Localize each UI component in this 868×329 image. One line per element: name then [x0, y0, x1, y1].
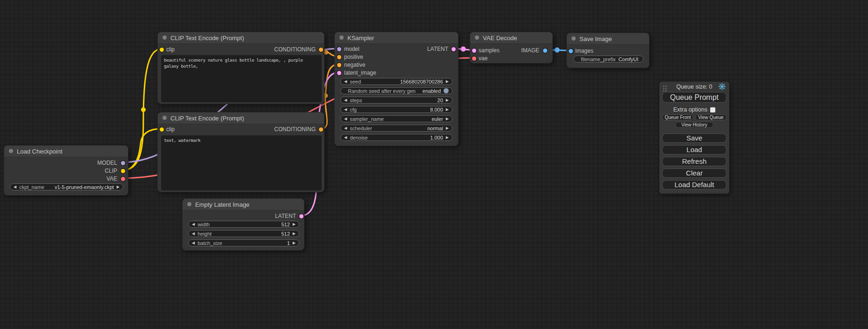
load-button[interactable]: Load: [662, 145, 727, 154]
link-dot-clip: [141, 107, 146, 112]
widget-ckpt-name[interactable]: ◀ ckpt_name v1-5-pruned-emaonly.ckpt ▶: [10, 183, 123, 190]
output-port-model[interactable]: [121, 161, 125, 165]
clear-button[interactable]: Clear: [662, 168, 727, 178]
increment-arrow-icon[interactable]: ▶: [293, 241, 296, 245]
increment-arrow-icon[interactable]: ▶: [446, 126, 449, 130]
increment-arrow-icon[interactable]: ▶: [446, 117, 449, 121]
widget-sampler-name[interactable]: ◀ sampler_name euler ▶: [340, 115, 452, 122]
view-queue-button[interactable]: View Queue: [695, 114, 727, 120]
node-titlebar[interactable]: CLIP Text Encode (Prompt): [158, 32, 324, 44]
decrement-arrow-icon[interactable]: ◀: [344, 117, 347, 121]
widget-label: ckpt_name: [19, 184, 44, 190]
input-port-clip[interactable]: [160, 127, 164, 132]
decrement-arrow-icon[interactable]: ◀: [14, 185, 16, 189]
settings-gear-icon[interactable]: [719, 83, 726, 90]
input-port-latent-image[interactable]: [337, 71, 341, 75]
decrement-arrow-icon[interactable]: ◀: [344, 80, 347, 84]
increment-arrow-icon[interactable]: ▶: [446, 108, 449, 112]
output-port-latent[interactable]: [452, 47, 456, 51]
decrement-arrow-icon[interactable]: ◀: [192, 223, 195, 226]
input-port-images[interactable]: [569, 49, 573, 53]
input-label-vae: vae: [479, 55, 487, 62]
input-port-model[interactable]: [337, 47, 341, 51]
node-load-checkpoint[interactable]: Load Checkpoint MODEL CLIP VAE ◀ ckpt_na…: [4, 145, 128, 196]
widget-height[interactable]: ◀ height 512 ▶: [188, 230, 299, 237]
node-clip-text-encode-positive[interactable]: CLIP Text Encode (Prompt) clip CONDITION…: [157, 32, 325, 104]
toggle-knob-icon[interactable]: [444, 88, 449, 93]
collapse-dot-icon[interactable]: [187, 202, 191, 206]
decrement-arrow-icon[interactable]: ◀: [344, 136, 347, 140]
node-titlebar[interactable]: Save Image: [567, 33, 649, 45]
node-save-image[interactable]: Save Image images filename_prefix ComfyU…: [566, 33, 649, 68]
save-button[interactable]: Save: [662, 133, 727, 143]
increment-arrow-icon[interactable]: ▶: [446, 80, 449, 84]
increment-arrow-icon[interactable]: ▶: [446, 136, 449, 140]
collapse-dot-icon[interactable]: [162, 116, 167, 120]
increment-arrow-icon[interactable]: ▶: [293, 223, 296, 226]
output-port-vae[interactable]: [121, 177, 125, 181]
node-titlebar[interactable]: KSampler: [335, 32, 458, 44]
decrement-arrow-icon[interactable]: ◀: [344, 98, 347, 102]
node-titlebar[interactable]: VAE Decode: [470, 32, 552, 44]
widget-width[interactable]: ◀ width 512 ▶: [188, 221, 299, 228]
node-vae-decode[interactable]: VAE Decode samples vae IMAGE: [470, 32, 553, 63]
extra-options-text: Extra options: [673, 106, 707, 113]
node-title: CLIP Text Encode (Prompt): [170, 35, 244, 42]
node-clip-text-encode-negative[interactable]: CLIP Text Encode (Prompt) clip CONDITION…: [157, 112, 325, 192]
input-port-positive[interactable]: [337, 55, 341, 59]
increment-arrow-icon[interactable]: ▶: [293, 232, 296, 236]
widget-random-seed-toggle[interactable]: Random seed after every gen enabled: [340, 87, 452, 94]
widget-value: 8.000: [430, 107, 443, 112]
prompt-textarea[interactable]: text, watermark: [161, 135, 322, 190]
prompt-textarea[interactable]: beautiful scenery nature glass bottle la…: [161, 55, 322, 102]
widget-cfg[interactable]: ◀ cfg 8.000 ▶: [340, 106, 452, 113]
extra-options-checkbox[interactable]: [710, 107, 715, 112]
node-titlebar[interactable]: Empty Latent Image: [183, 199, 304, 210]
extra-options-label: Extra options: [659, 106, 729, 113]
node-empty-latent-image[interactable]: Empty Latent Image LATENT ◀ width 512 ▶ …: [182, 198, 304, 251]
increment-arrow-icon[interactable]: ▶: [117, 185, 120, 189]
refresh-button[interactable]: Refresh: [662, 157, 727, 166]
decrement-arrow-icon[interactable]: ◀: [192, 241, 195, 245]
widget-batch-size[interactable]: ◀ batch_size 1 ▶: [188, 239, 299, 246]
widget-scheduler[interactable]: ◀ scheduler normal ▶: [340, 125, 452, 132]
view-history-button[interactable]: View History: [675, 122, 713, 128]
output-port-conditioning[interactable]: [319, 127, 323, 132]
widget-label: cfg: [350, 107, 357, 112]
widget-seed[interactable]: ◀ seed 156680208700286 ▶: [340, 78, 452, 85]
input-label-clip: clip: [166, 46, 175, 53]
collapse-dot-icon[interactable]: [475, 35, 479, 40]
widget-label: width: [198, 222, 210, 227]
input-port-negative[interactable]: [337, 63, 341, 67]
input-port-clip[interactable]: [160, 48, 164, 52]
widget-value: v1-5-pruned-emaonly.ckpt: [55, 184, 114, 190]
decrement-arrow-icon[interactable]: ◀: [192, 232, 195, 236]
widget-value: 20: [438, 98, 443, 103]
widget-steps[interactable]: ◀ steps 20 ▶: [340, 97, 452, 104]
widget-value: 512: [281, 222, 289, 227]
input-label-latent-image: latent_image: [344, 70, 376, 76]
output-port-latent[interactable]: [299, 214, 303, 218]
node-ksampler[interactable]: KSampler model positive negative latent_…: [334, 32, 459, 146]
collapse-dot-icon[interactable]: [339, 35, 344, 40]
output-port-clip[interactable]: [121, 169, 125, 173]
widget-label: batch_size: [198, 240, 222, 246]
output-label-latent: LATENT: [427, 46, 448, 52]
queue-prompt-button[interactable]: Queue Prompt: [662, 92, 727, 103]
output-port-conditioning[interactable]: [319, 48, 323, 52]
node-titlebar[interactable]: Load Checkpoint: [4, 146, 128, 157]
increment-arrow-icon[interactable]: ▶: [446, 98, 449, 102]
decrement-arrow-icon[interactable]: ◀: [344, 108, 347, 112]
load-default-button[interactable]: Load Default: [662, 180, 727, 189]
collapse-dot-icon[interactable]: [9, 149, 13, 153]
collapse-dot-icon[interactable]: [572, 36, 576, 41]
queue-front-button[interactable]: Queue Front: [662, 114, 693, 120]
input-port-samples[interactable]: [472, 49, 476, 53]
node-titlebar[interactable]: CLIP Text Encode (Prompt): [158, 112, 324, 124]
widget-denoise[interactable]: ◀ denoise 1.000 ▶: [340, 134, 452, 141]
input-port-vae[interactable]: [472, 56, 476, 61]
output-port-image[interactable]: [543, 49, 547, 53]
decrement-arrow-icon[interactable]: ◀: [344, 126, 347, 130]
widget-filename-prefix[interactable]: filename_prefix ComfyUI: [573, 56, 643, 63]
collapse-dot-icon[interactable]: [162, 35, 167, 40]
